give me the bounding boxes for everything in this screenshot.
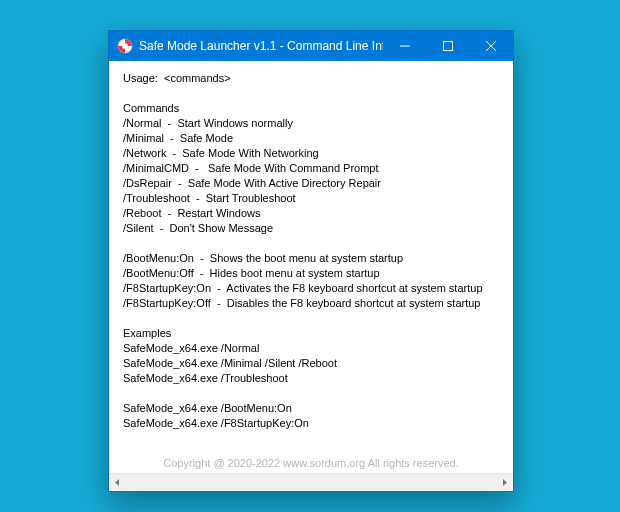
maximize-button[interactable] [426,31,469,61]
cmd-line: /MinimalCMD - Safe Mode With Command Pro… [123,162,379,174]
window-title: Safe Mode Launcher v1.1 - Command Line I… [139,39,383,53]
app-window: Safe Mode Launcher v1.1 - Command Line I… [108,30,514,492]
example-line: SafeMode_x64.exe /BootMenu:On [123,402,292,414]
content-text: Usage: <commands> Commands /Normal - Sta… [109,61,513,455]
scroll-right-button[interactable] [496,474,513,491]
example-line: SafeMode_x64.exe /Normal [123,342,259,354]
cmd-line: /BootMenu:Off - Hides boot menu at syste… [123,267,380,279]
titlebar[interactable]: Safe Mode Launcher v1.1 - Command Line I… [109,31,513,61]
example-line: SafeMode_x64.exe /F8StartupKey:On [123,417,309,429]
horizontal-scrollbar[interactable] [109,473,513,491]
lifebuoy-icon [117,38,133,54]
cmd-line: /DsRepair - Safe Mode With Active Direct… [123,177,381,189]
cmd-line: /BootMenu:On - Shows the boot menu at sy… [123,252,403,264]
svg-rect-3 [443,42,452,51]
cmd-line: /Troubleshoot - Start Troubleshoot [123,192,296,204]
svg-point-1 [122,43,128,49]
footer-text: Copyright @ 2020-2022 www.sordum.org All… [109,455,513,473]
scroll-left-button[interactable] [109,474,126,491]
minimize-button[interactable] [383,31,426,61]
cmd-line: /Normal - Start Windows normally [123,117,293,129]
examples-header: Examples [123,327,171,339]
cmd-line: /Silent - Don't Show Message [123,222,273,234]
usage-line: Usage: <commands> [123,72,231,84]
close-button[interactable] [470,31,513,61]
cmd-line: /F8StartupKey:On - Activates the F8 keyb… [123,282,483,294]
example-line: SafeMode_x64.exe /Troubleshoot [123,372,288,384]
cmd-line: /F8StartupKey:Off - Disables the F8 keyb… [123,297,480,309]
scroll-track[interactable] [126,474,496,491]
cmd-line: /Network - Safe Mode With Networking [123,147,319,159]
cmd-line: /Minimal - Safe Mode [123,132,233,144]
example-line: SafeMode_x64.exe /Minimal /Silent /Reboo… [123,357,337,369]
commands-header: Commands [123,102,179,114]
cmd-line: /Reboot - Restart Windows [123,207,261,219]
